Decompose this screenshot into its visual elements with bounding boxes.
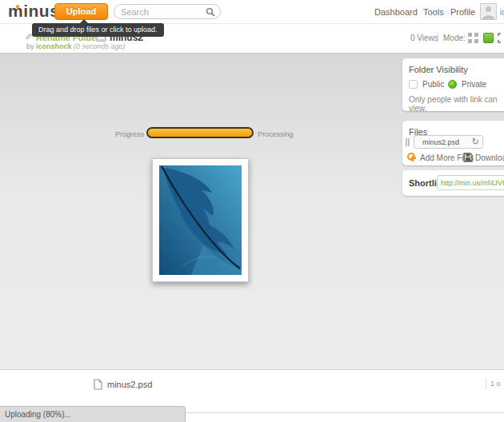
footer-file-name[interactable]: minus2.psd xyxy=(107,380,152,389)
progress-bar xyxy=(146,127,254,138)
search-input[interactable] xyxy=(121,6,205,18)
feather-artwork xyxy=(159,165,242,275)
views-count: 0 Views xyxy=(410,34,438,42)
tooltip-text: Drag and drop files or click to upload. xyxy=(38,26,158,34)
status-bubble: Uploading (80%)... xyxy=(0,406,186,422)
visibility-note: Only people with link can view. xyxy=(409,95,504,113)
content-area: Progress Processing xyxy=(0,53,504,369)
author-link[interactable]: iconshock xyxy=(36,42,72,50)
file-thumbnail[interactable] xyxy=(152,158,249,282)
footer-strip: minus2.psd 1 o xyxy=(0,369,504,406)
upload-status-text: Uploading (80%)... xyxy=(5,410,71,419)
upload-age: (0 seconds ago) xyxy=(72,42,126,50)
nav-tools[interactable]: Tools xyxy=(423,7,444,17)
upload-tooltip: Drag and drop files or click to upload. xyxy=(32,23,164,37)
byline-prefix: by xyxy=(26,42,36,50)
folder-visibility-panel: Folder Visibility Public Private Only pe… xyxy=(402,58,504,111)
minus-app: minus Upload Dashboard Tools Profile ic … xyxy=(0,0,504,422)
private-label[interactable]: Private xyxy=(462,80,486,89)
bottom-border-line xyxy=(184,412,504,413)
upload-button[interactable]: Upload xyxy=(54,3,108,20)
private-radio[interactable] xyxy=(448,80,457,89)
document-icon xyxy=(94,379,102,390)
processing-label: Processing xyxy=(258,130,294,138)
refresh-icon[interactable]: ↻ xyxy=(472,137,479,147)
grid-mode-icon[interactable] xyxy=(468,33,478,43)
visibility-title: Folder Visibility xyxy=(409,65,468,74)
single-mode-icon[interactable] xyxy=(483,33,494,43)
file-row[interactable]: minus2.psd ↻ xyxy=(414,135,483,149)
fullscreen-icon[interactable] xyxy=(498,33,504,43)
add-plus-icon[interactable] xyxy=(407,153,415,161)
divider xyxy=(486,378,486,389)
download-button[interactable]: Download xyxy=(475,153,504,162)
page-indicator: 1 o xyxy=(490,380,501,388)
public-label[interactable]: Public xyxy=(422,80,444,89)
mode-label: Mode: xyxy=(443,34,466,42)
tooltip-arrow xyxy=(80,19,88,23)
drag-handle[interactable] xyxy=(406,138,410,146)
files-panel: Files minus2.psd ↻ Add More Files Downlo… xyxy=(402,121,504,165)
pencil-icon: ✎ xyxy=(25,32,32,42)
logo-orange-dot xyxy=(16,5,20,9)
download-icon[interactable] xyxy=(463,153,473,162)
progress-label: Progress xyxy=(112,130,144,138)
progress-fill xyxy=(148,129,252,137)
shortlink-panel: Shortlink xyxy=(402,170,504,196)
username-label[interactable]: ic xyxy=(500,8,504,17)
public-checkbox[interactable] xyxy=(409,80,418,89)
avatar[interactable] xyxy=(480,3,497,20)
file-name: minus2.psd xyxy=(422,138,459,146)
search-box xyxy=(114,4,221,19)
nav-dashboard[interactable]: Dashboard xyxy=(374,7,418,17)
nav-profile[interactable]: Profile xyxy=(450,7,475,17)
top-header: minus Upload Dashboard Tools Profile ic xyxy=(0,0,504,24)
byline: by iconshock (0 seconds ago) xyxy=(26,42,126,50)
divider xyxy=(438,32,438,43)
shortlink-input[interactable] xyxy=(437,175,504,190)
search-icon[interactable] xyxy=(206,7,215,17)
person-icon xyxy=(481,4,496,19)
